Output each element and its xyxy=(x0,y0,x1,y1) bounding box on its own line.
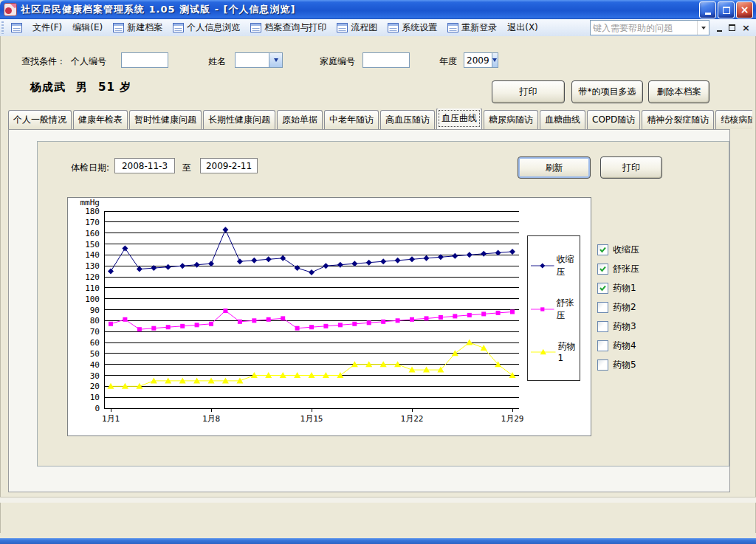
patient-age: 51 xyxy=(98,80,115,94)
window-bottom-border xyxy=(0,538,756,544)
chevron-down-icon xyxy=(701,27,706,30)
svg-text:150: 150 xyxy=(85,240,100,249)
menu-item[interactable]: 重新登录 xyxy=(442,20,502,35)
svg-text:130: 130 xyxy=(85,261,100,271)
menu-item[interactable]: 系统设置 xyxy=(382,20,442,35)
checkbox-box[interactable] xyxy=(597,264,608,275)
help-combo[interactable] xyxy=(590,20,709,35)
menu-item[interactable]: 文件(F) xyxy=(27,20,67,35)
svg-text:140: 140 xyxy=(85,250,100,260)
family-id-label: 家庭编号 xyxy=(320,55,355,68)
legend-item: 舒张压 xyxy=(528,297,580,322)
menu-item[interactable]: 编辑(E) xyxy=(67,20,108,35)
checkbox-box[interactable] xyxy=(597,340,608,351)
checkbox-label: 药物3 xyxy=(613,320,636,333)
tab-1[interactable]: 健康年检表 xyxy=(73,110,128,129)
menu-item[interactable]: 新建档案 xyxy=(108,20,168,35)
personal-id-input[interactable] xyxy=(121,52,168,68)
window-bottom-inset xyxy=(0,497,756,503)
checkbox-label: 药物5 xyxy=(613,359,636,371)
svg-text:1月15: 1月15 xyxy=(300,414,323,424)
series-checkbox-1[interactable]: 舒张压 xyxy=(597,259,639,278)
date-to-word: 至 xyxy=(182,162,191,174)
name-combo[interactable] xyxy=(235,52,283,68)
tab-8[interactable]: 糖尿病随访 xyxy=(484,110,538,129)
series-checkbox-6[interactable]: 药物5 xyxy=(597,355,639,374)
menu-item[interactable]: 个人信息浏览 xyxy=(168,20,245,35)
name-combo-arrow[interactable] xyxy=(269,53,282,67)
patient-info: 杨成武男51岁 xyxy=(30,80,142,94)
tab-page-blood-pressure-curve: 体检日期: 至 刷新 打印 01020304050607080901001101… xyxy=(8,129,730,492)
tab-10[interactable]: COPD随访 xyxy=(587,110,640,129)
tab-7[interactable]: 血压曲线 xyxy=(436,109,482,129)
toolbar-grip[interactable] xyxy=(1,21,4,34)
close-button[interactable]: × xyxy=(736,1,753,18)
family-id-input[interactable] xyxy=(362,52,410,68)
restore-icon xyxy=(723,7,730,14)
tab-12[interactable]: 结核病随访 xyxy=(715,110,752,129)
tab-4[interactable]: 原始单据 xyxy=(277,110,323,129)
panel-print-button[interactable]: 打印 xyxy=(600,156,662,179)
checkbox-box[interactable] xyxy=(597,359,608,371)
chevron-down-icon xyxy=(492,58,497,62)
help-combo-arrow[interactable] xyxy=(697,21,709,35)
patient-name: 杨成武 xyxy=(30,80,66,94)
svg-text:80: 80 xyxy=(90,316,100,326)
help-input[interactable] xyxy=(591,22,697,33)
tab-0[interactable]: 个人一般情况 xyxy=(8,110,72,129)
tab-9[interactable]: 血糖曲线 xyxy=(540,110,585,129)
date-to-input[interactable] xyxy=(200,158,258,173)
delete-record-button[interactable]: 删除本档案 xyxy=(648,80,709,103)
menu-item-label: 系统设置 xyxy=(402,21,437,34)
svg-text:60: 60 xyxy=(90,338,100,348)
titlebar: 社区居民健康档案管理系统 1.05 测试版 - [个人信息浏览] × xyxy=(0,0,756,19)
form-icon xyxy=(113,23,124,32)
menu-item[interactable]: 档案查询与打印 xyxy=(245,20,331,35)
legend-marker-icon xyxy=(531,262,554,269)
restore-button[interactable] xyxy=(718,1,735,18)
svg-text:170: 170 xyxy=(85,218,100,227)
series-checkbox-5[interactable]: 药物4 xyxy=(597,336,639,355)
svg-text:10: 10 xyxy=(90,393,100,402)
menu-item[interactable]: 退出(X) xyxy=(502,20,543,35)
check-icon xyxy=(599,265,607,273)
toolbar-form-button[interactable] xyxy=(6,20,27,35)
checkbox-box[interactable] xyxy=(597,283,608,294)
print-button[interactable]: 打印 xyxy=(492,80,565,103)
tab-5[interactable]: 中老年随访 xyxy=(324,110,379,129)
year-combo-arrow[interactable] xyxy=(492,53,498,67)
tab-2[interactable]: 暂时性健康问题 xyxy=(129,110,202,129)
mdi-close-button[interactable]: × xyxy=(742,23,750,32)
refresh-button[interactable]: 刷新 xyxy=(518,156,591,179)
series-checkbox-0[interactable]: 收缩压 xyxy=(597,240,639,259)
form-icon xyxy=(250,23,261,32)
mdi-minimize-button[interactable] xyxy=(717,30,722,32)
exam-date-label: 体检日期: xyxy=(71,162,109,174)
tab-11[interactable]: 精神分裂症随访 xyxy=(642,110,714,129)
svg-text:180: 180 xyxy=(85,207,100,216)
blood-pressure-chart: 0102030405060708090100110120130140150160… xyxy=(68,198,591,435)
name-label: 姓名 xyxy=(208,55,226,68)
series-checkbox-2[interactable]: 药物1 xyxy=(597,278,639,297)
tab-bar: 个人一般情况健康年检表暂时性健康问题长期性健康问题原始单据中老年随访高血压随访血… xyxy=(8,109,752,129)
svg-text:40: 40 xyxy=(90,360,100,370)
menu-item[interactable]: 流程图 xyxy=(331,20,382,35)
svg-text:120: 120 xyxy=(85,272,100,282)
tab-6[interactable]: 高血压随访 xyxy=(380,110,435,129)
menubar: 文件(F)编辑(E)新建档案个人信息浏览档案查询与打印流程图系统设置重新登录退出… xyxy=(0,19,756,37)
checkbox-box[interactable] xyxy=(597,244,608,255)
svg-text:1月8: 1月8 xyxy=(202,414,220,424)
year-combo[interactable]: 2009 xyxy=(464,52,498,68)
multi-select-button[interactable]: 带*的项目多选 xyxy=(571,80,643,103)
tab-3[interactable]: 长期性健康问题 xyxy=(203,110,275,129)
minimize-button[interactable] xyxy=(699,1,716,18)
mdi-restore-button[interactable] xyxy=(729,24,735,31)
chart-legend: 收缩压舒张压药物1 xyxy=(527,235,580,381)
svg-text:20: 20 xyxy=(90,382,100,391)
date-from-input[interactable] xyxy=(114,158,175,173)
patient-gender: 男 xyxy=(76,80,88,94)
series-checkbox-3[interactable]: 药物2 xyxy=(597,297,639,317)
checkbox-box[interactable] xyxy=(597,302,608,313)
series-checkbox-4[interactable]: 药物3 xyxy=(597,317,639,336)
checkbox-box[interactable] xyxy=(597,321,608,332)
